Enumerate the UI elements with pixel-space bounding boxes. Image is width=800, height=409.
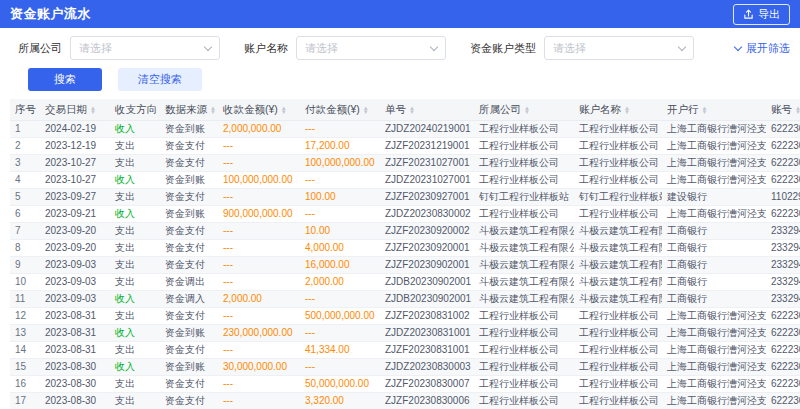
column-header-payment[interactable]: 付款金额(¥)▲▼: [300, 99, 380, 121]
expand-filter-link[interactable]: 展开筛选: [735, 41, 790, 56]
cell-source: 资金支付: [160, 155, 218, 172]
cell-order_no: ZJZF20230920001: [380, 240, 474, 257]
cell-direction: 支出: [110, 274, 160, 291]
cell-bank: 上海工商银行漕河泾支行: [662, 342, 766, 359]
cell-account_name: 斗极云建筑工程有限公司: [574, 240, 662, 257]
account-name-select[interactable]: 请选择: [296, 36, 446, 60]
cell-account_name: 工程行业样板公司: [574, 172, 662, 189]
cell-payment: ---: [300, 359, 380, 376]
cell-seq: 1: [10, 121, 40, 138]
cell-seq: 5: [10, 189, 40, 206]
cell-payment: 16,000.00: [300, 257, 380, 274]
column-label-seq: 序号: [15, 103, 36, 115]
cell-date: 2023-08-31: [40, 325, 110, 342]
sort-icon[interactable]: ▲▼: [210, 106, 216, 115]
column-header-company[interactable]: 所属公司▲▼: [474, 99, 574, 121]
cell-account_name: 斗极云建筑工程有限公司: [574, 223, 662, 240]
cell-date: 2023-08-30: [40, 393, 110, 409]
table-header-row: 序号交易日期▲▼收支方向▲▼数据来源▲▼收款金额(¥)▲▼付款金额(¥)▲▼单号…: [10, 99, 800, 121]
chevron-down-icon: [734, 42, 742, 50]
cell-account_no: 622230111: [766, 172, 800, 189]
column-header-order_no[interactable]: 单号▲▼: [380, 99, 474, 121]
cell-receipt: ---: [218, 393, 300, 409]
cell-bank: 上海工商银行漕河泾支行: [662, 172, 766, 189]
cell-account_name: 工程行业样板公司: [574, 308, 662, 325]
cell-bank: 上海工商银行漕河泾支行: [662, 359, 766, 376]
export-icon: [743, 9, 754, 20]
cell-order_no: ZJZF20230830006: [380, 393, 474, 409]
cell-source: 资金调入: [160, 291, 218, 308]
export-button[interactable]: 导出: [733, 4, 790, 25]
column-header-bank[interactable]: 开户行▲▼: [662, 99, 766, 121]
cell-order_no: ZJZF20231219001: [380, 138, 474, 155]
cell-bank: 上海工商银行漕河泾支行: [662, 325, 766, 342]
cell-receipt: ---: [218, 376, 300, 393]
column-label-receipt: 收款金额(¥): [223, 103, 278, 115]
filter-fields: 所属公司请选择账户名称请选择资金账户类型请选择: [18, 36, 718, 60]
cell-seq: 9: [10, 257, 40, 274]
column-label-account_no: 账号: [771, 103, 792, 115]
sort-icon[interactable]: ▲▼: [795, 106, 800, 115]
filter-label-account-name: 账户名称: [244, 41, 288, 56]
cell-account_no: 233294991: [766, 291, 800, 308]
cell-bank: 工商银行: [662, 257, 766, 274]
cell-account_name: 工程行业样板公司: [574, 121, 662, 138]
cell-receipt: 230,000,000.00: [218, 325, 300, 342]
table-body: 12024-02-19收入资金到账2,000,000.00---ZJDZ2024…: [10, 121, 800, 409]
cell-account_no: 233294991: [766, 223, 800, 240]
sort-icon[interactable]: ▲▼: [363, 106, 369, 115]
clear-search-button[interactable]: 清空搜索: [118, 68, 202, 91]
column-header-source[interactable]: 数据来源▲▼: [160, 99, 218, 121]
cell-account_name: 斗极云建筑工程有限公司: [574, 274, 662, 291]
sort-icon[interactable]: ▲▼: [524, 106, 530, 115]
cell-company: 工程行业样板公司: [474, 138, 574, 155]
cell-date: 2023-09-21: [40, 206, 110, 223]
column-header-direction[interactable]: 收支方向▲▼: [110, 99, 160, 121]
filter-item-fund-account-type: 资金账户类型请选择: [470, 36, 694, 60]
company-select[interactable]: 请选择: [70, 36, 220, 60]
column-label-payment: 付款金额(¥): [305, 103, 360, 115]
column-header-account_name[interactable]: 账户名称▲▼: [574, 99, 662, 121]
page-header: 资金账户流水 导出: [0, 0, 800, 28]
cell-seq: 12: [10, 308, 40, 325]
cell-payment: ---: [300, 172, 380, 189]
cell-source: 资金到账: [160, 172, 218, 189]
column-header-account_no[interactable]: 账号▲▼: [766, 99, 800, 121]
cell-date: 2023-08-31: [40, 342, 110, 359]
sort-icon[interactable]: ▲▼: [90, 106, 96, 115]
cell-date: 2023-09-03: [40, 291, 110, 308]
cell-receipt: ---: [218, 223, 300, 240]
cell-account_no: 622230111: [766, 342, 800, 359]
sort-icon[interactable]: ▲▼: [702, 106, 708, 115]
cell-direction: 支出: [110, 342, 160, 359]
cell-source: 资金支付: [160, 376, 218, 393]
cell-account_name: 工程行业样板公司: [574, 342, 662, 359]
cell-order_no: ZJZF20231027001: [380, 155, 474, 172]
sort-icon[interactable]: ▲▼: [281, 106, 287, 115]
cell-source: 资金支付: [160, 240, 218, 257]
column-header-receipt[interactable]: 收款金额(¥)▲▼: [218, 99, 300, 121]
column-header-date[interactable]: 交易日期▲▼: [40, 99, 110, 121]
search-button[interactable]: 搜索: [28, 68, 102, 91]
cell-date: 2023-09-03: [40, 257, 110, 274]
cell-payment: 17,200.00: [300, 138, 380, 155]
cell-payment: 10.00: [300, 223, 380, 240]
cell-receipt: 30,000,000.00: [218, 359, 300, 376]
filter-bar: 所属公司请选择账户名称请选择资金账户类型请选择 展开筛选: [0, 28, 800, 60]
sort-icon[interactable]: ▲▼: [624, 106, 630, 115]
sort-icon[interactable]: ▲▼: [409, 106, 415, 115]
cell-seq: 13: [10, 325, 40, 342]
fund-account-type-select[interactable]: 请选择: [544, 36, 694, 60]
table-row: 132023-08-31收入资金到账230,000,000.00---ZJDZ2…: [10, 325, 800, 342]
cell-direction: 收入: [110, 172, 160, 189]
cell-payment: 2,000.00: [300, 274, 380, 291]
filter-label-company: 所属公司: [18, 41, 62, 56]
cell-direction: 收入: [110, 291, 160, 308]
cell-order_no: ZJZF20230927001: [380, 189, 474, 206]
cell-account_name: 工程行业样板公司: [574, 138, 662, 155]
cell-direction: 收入: [110, 359, 160, 376]
cell-account_no: 622230111: [766, 393, 800, 409]
cell-order_no: ZJZF20230831002: [380, 308, 474, 325]
cell-order_no: ZJDZ20230830002: [380, 206, 474, 223]
cell-payment: ---: [300, 121, 380, 138]
